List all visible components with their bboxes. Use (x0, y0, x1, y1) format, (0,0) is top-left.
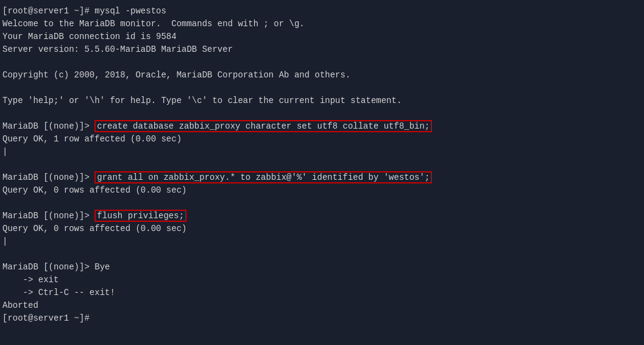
terminal-line: Type 'help;' or '\h' for help. Type '\c'… (2, 94, 642, 107)
terminal-line: -> exit (2, 274, 642, 286)
prompt: MariaDB [(none)]> (2, 211, 94, 221)
highlighted-command: flush privileges; (94, 210, 186, 222)
terminal-line: Query OK, 0 rows affected (0.00 sec) (2, 222, 642, 235)
terminal-line (2, 248, 642, 261)
terminal-line: MariaDB [(none)]> Bye (2, 261, 642, 274)
terminal-line: Query OK, 1 row affected (0.00 sec) (2, 133, 642, 146)
terminal-line (2, 56, 642, 69)
terminal-line: | (2, 146, 642, 158)
command-line: MariaDB [(none)]> grant all on zabbix_pr… (2, 171, 642, 184)
terminal-line: Server version: 5.5.60-MariaDB MariaDB S… (2, 43, 642, 56)
command-line: MariaDB [(none)]> flush privileges; (2, 210, 642, 222)
terminal-line (2, 197, 642, 210)
terminal-line: -> Ctrl-C -- exit! (2, 286, 642, 299)
terminal-line: Copyright (c) 2000, 2018, Oracle, MariaD… (2, 69, 642, 82)
highlighted-command: grant all on zabbix_proxy.* to zabbix@'%… (94, 171, 432, 183)
command-line: MariaDB [(none)]> create database zabbix… (2, 120, 642, 133)
terminal-line: Query OK, 0 rows affected (0.00 sec) (2, 184, 642, 197)
prompt: MariaDB [(none)]> (2, 121, 94, 131)
terminal-line: Aborted (2, 299, 642, 312)
terminal-line: | (2, 235, 642, 248)
terminal-line: [root@server1 ~]# mysql -pwestos (2, 5, 642, 18)
terminal-window: [root@server1 ~]# mysql -pwestosWelcome … (0, 0, 644, 345)
prompt: MariaDB [(none)]> (2, 172, 94, 182)
terminal-line: Welcome to the MariaDB monitor. Commands… (2, 18, 642, 30)
highlighted-command: create database zabbix_proxy character s… (94, 120, 432, 132)
terminal-line: Your MariaDB connection id is 9584 (2, 30, 642, 43)
terminal-line (2, 107, 642, 120)
terminal-line: [root@server1 ~]# (2, 312, 642, 325)
terminal-line (2, 158, 642, 171)
terminal-line (2, 82, 642, 94)
